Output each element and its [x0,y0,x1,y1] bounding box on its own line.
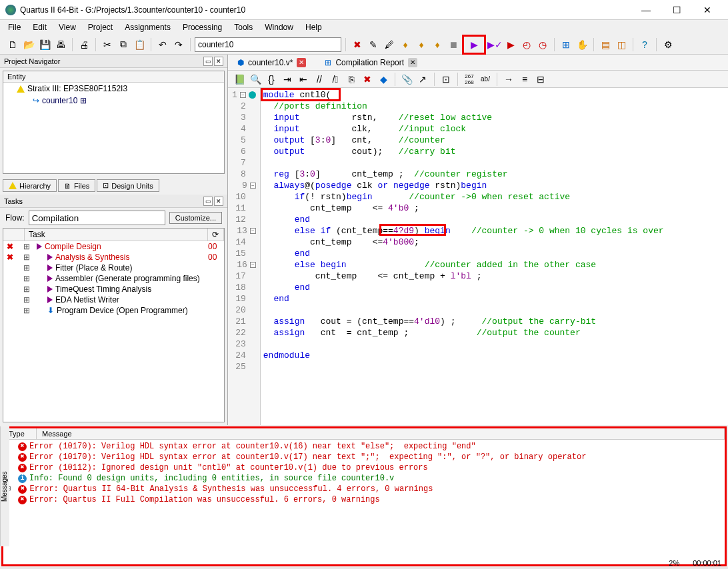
copy-icon[interactable]: ⧉ [116,37,131,52]
indent-icon[interactable]: ⇥ [280,72,295,87]
paste-icon[interactable]: 📋 [132,37,147,52]
message-row[interactable]: i Info: Found 0 design units, including … [6,473,722,484]
device-node[interactable]: Stratix III: EP3SE80F1152I3 [3,83,224,95]
collapse-icon[interactable]: ⊟ [533,72,548,87]
attach-icon[interactable]: 📎 [399,72,414,87]
find-icon[interactable]: 🔍 [248,72,263,87]
stop-icon[interactable]: ⏹ [446,37,461,52]
cut-icon[interactable]: ✂ [100,37,115,52]
hier-icon: ⊞ [80,96,87,105]
check-icon[interactable]: ✖ [360,72,375,87]
customize-button[interactable]: Customize... [169,212,222,224]
report-icon: ⊞ [325,58,331,67]
menu-view[interactable]: View [53,21,81,33]
clock2-icon[interactable]: ◷ [535,37,550,52]
pn-close-icon[interactable]: ✕ [214,57,223,66]
bookmark-icon[interactable]: 📗 [232,72,247,87]
message-row[interactable]: ⊞ ✖ Error: Quartus II 64-Bit Analysis & … [6,484,722,494]
minimize-button[interactable]: — [631,0,661,20]
check3-icon[interactable]: ♦ [430,37,445,52]
tab-files[interactable]: 🗎Files [58,179,95,192]
top-entity-node[interactable]: ↪ counter10 ⊞ [3,95,224,107]
wand-icon[interactable]: ✎ [366,37,381,52]
editor-tab-source[interactable]: ⬢ counter10.v* ✕ [231,57,313,69]
task-row[interactable]: ✖⊞ Compile Design00 [3,241,224,252]
device-label: Stratix III: EP3SE80F1152I3 [27,84,127,93]
print-icon[interactable]: 🖨 [77,37,91,52]
save-icon[interactable]: 💾 [37,37,52,52]
help-icon[interactable]: ? [637,37,652,52]
tab-close-icon[interactable]: ✕ [297,58,306,67]
code-editor[interactable]: 1 − 2 3 4 5 6 7 8 9 −10 11 12 13 −14 15 … [228,88,728,425]
pencil-icon[interactable]: 🖉 [382,37,397,52]
task-row[interactable]: ⊞ TimeQuest Timing Analysis [3,284,224,294]
prog-icon[interactable]: ▤ [598,37,613,52]
messages-list[interactable]: ✖ Error (10170): Verilog HDL syntax erro… [3,440,725,564]
editor-tab-report[interactable]: ⊞ Compilation Report ✕ [318,57,424,69]
message-row[interactable]: ✖ Error (10170): Verilog HDL syntax erro… [6,441,722,452]
menu-processing[interactable]: Processing [177,21,227,33]
clock1-icon[interactable]: ◴ [519,37,534,52]
flow-select[interactable] [29,211,165,225]
ab-icon[interactable]: ab/ [478,72,493,87]
brace-icon[interactable]: {} [264,72,279,87]
task-row[interactable]: ⊞ Assembler (Generate programming files) [3,273,224,284]
elapsed-time: 00:00:01 [693,559,721,567]
tab-hierarchy[interactable]: Hierarchy [3,179,57,192]
pn-undock-icon[interactable]: ▭ [203,57,213,66]
message-row[interactable]: ✖ Error: Quartus II Full Compilation was… [6,494,722,505]
nav-icon[interactable]: ⊡ [439,72,453,87]
sim-icon[interactable]: ✋ [575,37,589,52]
menu-file[interactable]: File [3,21,26,33]
line-num-icon[interactable]: 267268 [462,72,477,87]
main-toolbar: 🗋 📂 💾 🖶 🖨 ✂ ⧉ 📋 ↶ ↷ ✖ ✎ 🖉 ♦ ♦ ♦ ⏹ ▶ ▶✓ ▶… [0,35,728,55]
maximize-button[interactable]: ☐ [661,0,692,20]
tab-close-icon[interactable]: ✕ [408,58,417,67]
redo-icon[interactable]: ↷ [171,37,186,52]
menu-edit[interactable]: Edit [27,21,52,33]
tasks-undock-icon[interactable]: ▭ [203,197,213,206]
wrap-icon[interactable]: ≡ [517,72,532,87]
project-navigator-header: Project Navigator ▭ ✕ [0,55,227,68]
remove-icon[interactable]: ✖ [350,37,365,52]
plan-icon[interactable]: ◫ [614,37,629,52]
compile-start-icon[interactable]: ▶ [462,35,486,55]
check2-icon[interactable]: ◆ [376,72,391,87]
compile-check-icon[interactable]: ▶✓ [487,37,502,52]
menu-window[interactable]: Window [259,21,299,33]
comment-icon[interactable]: // [312,72,327,87]
menu-project[interactable]: Project [83,21,118,33]
open-icon[interactable]: 📂 [21,37,36,52]
msg-col-message: Message [37,428,725,439]
outdent-icon[interactable]: ⇤ [296,72,311,87]
project-select[interactable] [195,37,341,52]
template-icon[interactable]: ⎘ [344,72,359,87]
task-row[interactable]: ⊞ EDA Netlist Writer [3,294,224,305]
close-button[interactable]: ✕ [692,0,723,20]
task-row[interactable]: ⊞⬇ Program Device (Open Programmer) [3,305,224,316]
window-title: Quartus II 64-Bit - G:/Projects/1.3count… [20,5,631,15]
tool-icon[interactable]: ⚙ [661,37,675,52]
task-table: Task ⟳ ✖⊞ Compile Design00✖⊞ Analysis & … [3,228,225,422]
menu-help[interactable]: Help [300,21,327,33]
check1-icon[interactable]: ♦ [398,37,413,52]
analysis-icon[interactable]: ▶ [503,37,518,52]
message-row[interactable]: ✖ Error (10112): Ignored design unit "cn… [6,462,722,473]
tab-design-units[interactable]: ⊡Design Units [97,179,159,192]
arrow-icon[interactable]: → [501,72,516,87]
message-row[interactable]: ✖ Error (10170): Verilog HDL syntax erro… [6,452,722,462]
menu-tools[interactable]: Tools [229,21,258,33]
save-all-icon[interactable]: 🖶 [53,37,68,52]
task-row[interactable]: ⊞ Fitter (Place & Route) [3,263,224,273]
menu-assignments[interactable]: Assignments [119,21,176,33]
entity-column-header: Entity [3,71,224,83]
tasks-close-icon[interactable]: ✕ [214,197,223,206]
task-row[interactable]: ✖⊞ Analysis & Synthesis00 [3,252,224,263]
check2-icon[interactable]: ♦ [414,37,429,52]
uncomment-icon[interactable]: /⃠ [328,72,343,87]
goto-icon[interactable]: ↗ [415,72,430,87]
undo-icon[interactable]: ↶ [155,37,170,52]
report-icon[interactable]: ⊞ [559,37,573,52]
new-icon[interactable]: 🗋 [5,37,20,52]
app-icon [5,5,16,15]
